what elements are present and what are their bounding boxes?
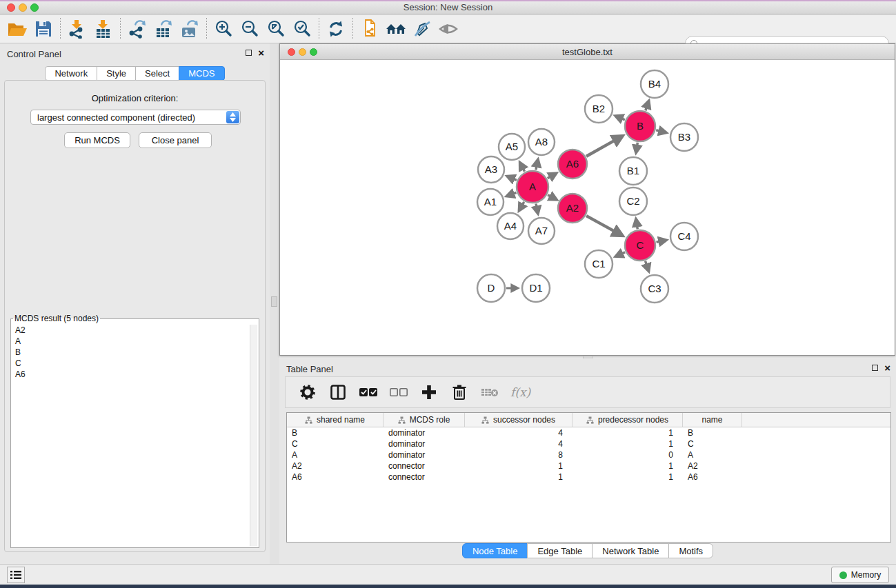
export-image-button[interactable] [177, 17, 203, 41]
graph-edge-A-A6[interactable] [548, 176, 550, 178]
graph-edge-A-A3[interactable] [513, 179, 517, 180]
graph-node-C2[interactable]: C2 [619, 187, 647, 215]
zoom-out-button[interactable] [237, 17, 263, 41]
task-history-button[interactable] [7, 567, 25, 583]
table-cell[interactable]: C [287, 438, 384, 449]
refresh-layout-button[interactable] [323, 17, 349, 41]
table-cell[interactable]: 1 [465, 460, 573, 472]
delete-table-button[interactable] [480, 383, 499, 402]
gear-button[interactable] [298, 383, 317, 402]
table-cell[interactable]: A [683, 449, 742, 460]
table-cell[interactable]: dominator [384, 449, 465, 460]
mcds-result-item[interactable]: A [12, 336, 249, 347]
table-cell[interactable]: B [683, 427, 742, 438]
table-row[interactable]: Bdominator41B [287, 427, 890, 438]
graph-node-A3[interactable]: A3 [478, 156, 504, 183]
graph-node-C[interactable]: C [625, 230, 655, 261]
graph-node-B[interactable]: B [625, 111, 655, 141]
save-session-button[interactable] [30, 17, 57, 41]
table-cell[interactable]: 4 [465, 438, 573, 449]
close-table-panel-icon[interactable]: × [884, 364, 890, 372]
zoom-fit-button[interactable] [263, 17, 289, 41]
graph-node-B2[interactable]: B2 [585, 95, 613, 123]
open-file-button[interactable] [4, 17, 30, 41]
mcds-result-item[interactable]: A2 [12, 325, 249, 336]
table-row[interactable]: A2connector11A2 [287, 460, 890, 472]
graph-node-B4[interactable]: B4 [641, 70, 668, 98]
table-cell[interactable]: A6 [287, 472, 384, 483]
graph-edge-A-A4[interactable] [522, 202, 524, 205]
run-mcds-button[interactable]: Run MCDS [64, 132, 130, 148]
graph-edge-C-C3[interactable] [646, 261, 647, 265]
graph-node-A[interactable]: A [517, 171, 548, 203]
table-cell[interactable]: A2 [683, 460, 742, 472]
graph-node-C3[interactable]: C3 [641, 275, 668, 303]
graph-edge-A2-C[interactable] [586, 216, 615, 232]
show-graphics-details-button[interactable] [435, 17, 461, 41]
float-panel-icon[interactable] [246, 50, 252, 56]
table-cell[interactable]: connector [384, 472, 465, 483]
tab-edge-table[interactable]: Edge Table [527, 543, 593, 558]
graph-edge-A-A2[interactable] [548, 195, 550, 196]
new-network-from-file-button[interactable] [357, 17, 383, 41]
hide-annotations-button[interactable] [409, 17, 435, 41]
table-row[interactable]: Cdominator41C [287, 438, 890, 449]
graph-edge-C-C4[interactable] [657, 241, 660, 242]
mcds-result-item[interactable]: C [12, 358, 249, 369]
import-table-button[interactable] [90, 17, 117, 41]
graph-node-C1[interactable]: C1 [585, 250, 613, 278]
graph-node-D[interactable]: D [477, 274, 505, 302]
tab-style[interactable]: Style [97, 66, 136, 81]
deselect-all-button[interactable] [389, 383, 408, 402]
network-overview-button[interactable] [383, 17, 409, 41]
export-network-button[interactable] [124, 17, 150, 41]
import-network-button[interactable] [64, 17, 90, 41]
graph-edge-C-C1[interactable] [621, 252, 625, 254]
table-cell[interactable]: C [683, 438, 742, 449]
zoom-selected-button[interactable] [289, 17, 315, 41]
graph-node-C4[interactable]: C4 [670, 223, 698, 250]
graph-node-B3[interactable]: B3 [670, 123, 698, 151]
memory-button[interactable]: Memory [831, 567, 889, 583]
graph-edge-C-C2[interactable] [637, 225, 638, 229]
graph-node-A7[interactable]: A7 [528, 218, 555, 244]
table-cell[interactable]: A2 [287, 460, 384, 472]
table-cell[interactable]: dominator [384, 438, 465, 449]
add-column-button[interactable] [419, 383, 439, 402]
tab-mcds[interactable]: MCDS [179, 66, 224, 81]
table-row[interactable]: Adominator80A [287, 449, 890, 460]
table-cell[interactable]: 4 [465, 427, 573, 438]
zoom-in-button[interactable] [210, 17, 237, 41]
mcds-result-item[interactable]: B [12, 347, 249, 358]
tab-select[interactable]: Select [135, 66, 179, 81]
table-cell[interactable]: A [287, 449, 384, 460]
graph-node-A2[interactable]: A2 [558, 194, 587, 223]
tab-node-table[interactable]: Node Table [462, 543, 528, 558]
column-header-successor-nodes[interactable]: successor nodes [465, 413, 573, 427]
select-all-button[interactable] [359, 383, 378, 402]
tab-network[interactable]: Network [45, 66, 97, 81]
table-cell[interactable]: A6 [683, 472, 742, 483]
graph-edge-B-B2[interactable] [621, 119, 625, 120]
column-header-predecessor-nodes[interactable]: predecessor nodes [573, 413, 683, 427]
split-view-button[interactable] [328, 383, 348, 402]
graph-node-D1[interactable]: D1 [522, 274, 550, 302]
column-header-shared-name[interactable]: shared name [287, 413, 384, 427]
close-panel-icon[interactable]: × [258, 49, 264, 57]
function-builder-button[interactable]: f(x) [510, 385, 530, 399]
mcds-result-scrollbar[interactable] [250, 325, 257, 546]
delete-column-button[interactable] [450, 383, 469, 402]
network-window-titlebar[interactable]: testGlobe.txt [280, 44, 895, 60]
graph-edge-A-A8[interactable] [536, 166, 537, 170]
table-cell[interactable]: B [287, 427, 384, 438]
table-cell[interactable]: dominator [384, 427, 465, 438]
graph-node-A4[interactable]: A4 [497, 213, 524, 239]
column-header-name[interactable]: name [683, 413, 742, 427]
float-table-panel-icon[interactable] [872, 365, 878, 371]
graph-edge-A-A5[interactable] [523, 168, 524, 171]
table-cell[interactable]: 1 [573, 460, 683, 472]
export-table-button[interactable] [150, 17, 177, 41]
graph-node-A8[interactable]: A8 [528, 129, 555, 155]
graph-edge-A-A1[interactable] [513, 192, 517, 194]
criterion-select[interactable]: largest connected component (directed) [30, 110, 241, 125]
